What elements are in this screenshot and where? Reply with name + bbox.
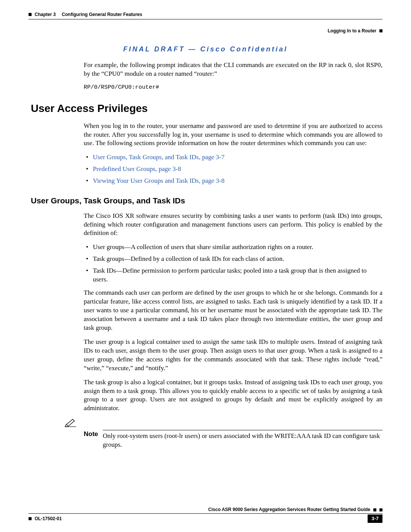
footer-square-icon [373,508,376,511]
cli-prompt-code: RP/0/RSP0/CPU0:router# [84,84,382,91]
section1-link-list: •User Groups, Task Groups, and Task IDs,… [84,153,382,185]
header-bar-icon [29,13,32,16]
note-text: Only root-system users (root-lr users) o… [103,430,382,449]
header-section-right: Logging In to a Router [328,28,376,34]
bullet-task-ids: Task IDs—Define permission to perform pa… [93,267,382,284]
chapter-title: Configuring General Router Features [62,11,142,18]
footer-rule [29,513,382,514]
xref-user-groups-task-groups[interactable]: User Groups, Task Groups, and Task IDs, … [93,153,225,161]
page-header: Chapter 3 Configuring General Router Fea… [29,11,382,18]
bullet-task-groups: Task groups—Defined by a collection of t… [93,255,382,264]
section2-para4: The task group is also a logical contain… [84,378,382,413]
section2-para3: The user group is a logical container us… [84,338,382,373]
bullet-user-groups: User groups—A collection of users that s… [93,243,382,252]
bullet-icon: • [84,165,93,174]
section2-para1: The Cisco IOS XR software ensures securi… [84,212,382,238]
bullet-icon: • [84,267,93,284]
intro-paragraph: For example, the following prompt indica… [84,61,382,78]
footer-guide-title: Cisco ASR 9000 Series Aggregation Servic… [208,506,370,513]
footer-doc-id: OL-17502-01 [35,516,62,522]
confidential-banner: FINAL DRAFT — Cisco Confidential [29,45,382,54]
section1-paragraph: When you log in to the router, your user… [84,122,382,148]
page-number: 3-7 [368,514,382,523]
header-square-icon [379,29,382,32]
section2-definition-list: •User groups—A collection of users that … [84,243,382,284]
xref-predefined-user-groups[interactable]: Predefined User Groups, page 3-8 [93,165,181,173]
footer-square-icon [379,508,382,511]
bullet-icon: • [84,243,93,252]
note-block: Note Only root-system users (root-lr use… [29,418,382,449]
note-label: Note [84,430,103,449]
bullet-icon: • [84,177,93,185]
note-pencil-icon [65,422,76,429]
footer-square-icon [29,517,32,520]
xref-viewing-user-groups[interactable]: Viewing Your User Groups and Task IDs, p… [93,177,225,184]
chapter-label: Chapter 3 [35,11,56,18]
section-heading-user-access-privileges: User Access Privileges [31,101,382,116]
bullet-icon: • [84,255,93,264]
section2-para2: The commands each user can perform are d… [84,289,382,332]
bullet-icon: • [84,153,93,162]
page-footer: Cisco ASR 9000 Series Aggregation Servic… [29,506,382,523]
subsection-heading-user-groups-task-groups: User Groups, Task Groups, and Task IDs [31,195,382,206]
